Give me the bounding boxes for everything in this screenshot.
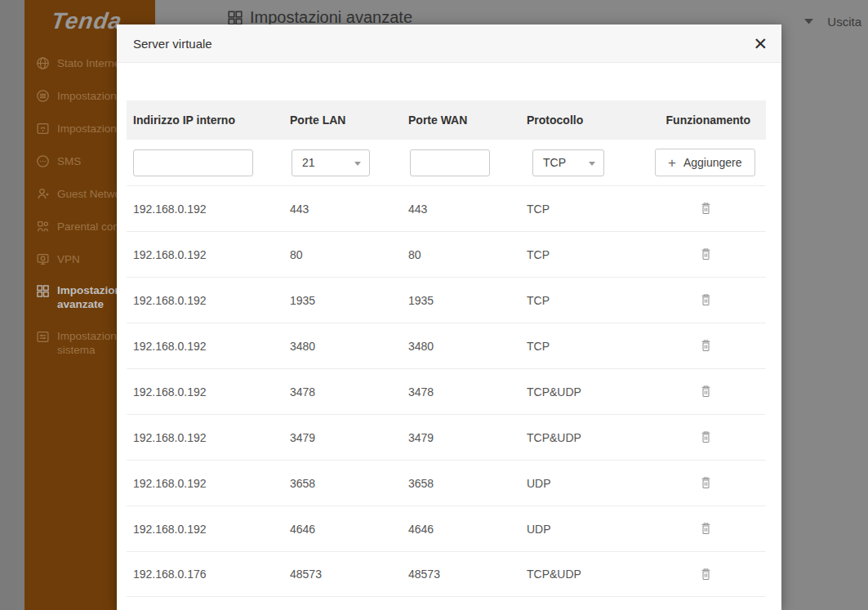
table-body: 192.168.0.192 443 443 TCP 192.168.0.192 … [127,185,766,597]
lan-port-cell: 3480 [283,340,402,353]
advanced-settings-icon [227,10,243,26]
ip-cell: 192.168.0.192 [127,203,283,216]
wan-port-cell: 80 [402,248,520,261]
wan-port-cell: 3479 [402,431,520,444]
chevron-down-icon [589,162,595,166]
table-row: 192.168.0.192 3480 3480 TCP [127,323,766,368]
delete-icon[interactable] [700,247,712,261]
modal-header: Server virtuale ✕ [117,24,781,63]
table-row: 192.168.0.192 3478 3478 TCP&UDP [127,368,766,414]
ip-cell: 192.168.0.192 [127,431,283,444]
wan-port-cell: 3480 [402,340,520,353]
add-rule-form: 21 TCP + Aggiungere [127,140,766,185]
sidebar-item-label-line2: sistema [57,343,119,357]
protocol-cell: TCP&UDP [520,568,655,581]
table-row: 192.168.0.192 1935 1935 TCP [127,277,766,323]
protocol-cell: UDP [520,523,655,536]
ip-cell: 192.168.0.192 [127,340,283,353]
lan-port-select[interactable]: 21 [292,149,370,176]
close-icon[interactable]: ✕ [753,35,768,52]
protocol-cell: TCP&UDP [520,385,655,399]
internet-settings-icon [36,89,50,103]
delete-icon[interactable] [700,522,712,536]
sidebar-item-label: Impostazioni [57,329,119,343]
table-row: 192.168.0.176 48573 48573 TCP&UDP [127,551,766,597]
parental-control-icon [36,220,50,234]
delete-icon[interactable] [700,385,712,399]
ip-cell: 192.168.0.192 [127,294,283,307]
table-row: 192.168.0.192 3658 3658 UDP [127,460,766,505]
ip-cell: 192.168.0.192 [127,385,283,399]
protocol-cell: TCP [520,248,655,261]
chevron-down-icon[interactable] [804,19,813,24]
wan-port-cell: 1935 [402,294,520,307]
sms-icon [36,154,50,168]
vpn-icon [36,252,50,266]
protocol-select-value: TCP [543,156,566,169]
wan-port-cell: 3478 [402,385,520,399]
lan-port-cell: 48573 [283,568,402,581]
protocol-select[interactable]: TCP [532,149,604,176]
protocol-cell: UDP [520,477,655,490]
table-row: 192.168.0.192 3479 3479 TCP&UDP [127,414,766,460]
add-button-label: Aggiungere [683,156,742,169]
lan-port-cell: 443 [283,203,402,216]
guest-network-icon [36,187,50,201]
sidebar-item-label: VPN [57,252,80,266]
logout-link[interactable]: Uscita [827,15,861,29]
table-row: 192.168.0.192 443 443 TCP [127,185,766,231]
modal-title: Server virtuale [133,37,212,51]
advanced-settings-icon [36,284,50,298]
sidebar-item-label-line2: avanzate [57,297,125,311]
chevron-down-icon [354,162,361,166]
wan-port-cell: 4646 [402,523,520,536]
ip-input[interactable] [133,149,253,176]
lan-port-cell: 3479 [283,431,402,444]
wifi-settings-icon [36,122,50,136]
virtual-server-modal: Server virtuale ✕ Indirizzo IP interno P… [117,24,781,610]
page-gutter [0,0,24,610]
column-header-ip: Indirizzo IP interno [127,114,283,127]
delete-icon[interactable] [700,476,712,490]
add-button[interactable]: + Aggiungere [655,149,755,176]
ip-cell: 192.168.0.192 [127,523,283,536]
column-header-operation: Funzionamento [655,114,766,127]
column-header-lan: Porte LAN [283,114,402,127]
system-settings-icon [36,330,50,344]
lan-port-cell: 3658 [283,477,402,490]
wan-port-cell: 48573 [402,568,520,581]
protocol-cell: TCP [520,340,655,353]
delete-icon[interactable] [700,293,712,307]
delete-icon[interactable] [700,430,712,444]
protocol-cell: TCP [520,294,655,307]
delete-icon[interactable] [700,202,712,216]
wan-port-cell: 443 [402,203,520,216]
table-row: 192.168.0.192 4646 4646 UDP [127,505,766,551]
column-header-wan: Porte WAN [402,114,520,127]
sidebar-item-label: SMS [57,154,81,168]
table-header-row: Indirizzo IP interno Porte LAN Porte WAN… [127,100,766,140]
tenda-logo: Tenda [50,8,124,34]
delete-icon[interactable] [700,568,712,581]
ip-cell: 192.168.0.176 [127,568,283,581]
ip-cell: 192.168.0.192 [127,248,283,261]
protocol-cell: TCP&UDP [520,431,655,444]
delete-icon[interactable] [700,339,712,353]
lan-port-select-value: 21 [302,156,315,169]
protocol-cell: TCP [520,203,655,216]
user-menu: Uscita [804,15,861,29]
sidebar-item-label: Stato Internet [57,56,123,70]
table-row: 192.168.0.192 80 80 TCP [127,231,766,277]
sidebar-item-label: Impostazioni [57,283,125,297]
ip-cell: 192.168.0.192 [127,477,283,490]
wan-port-cell: 3658 [402,477,520,490]
lan-port-cell: 80 [283,248,402,261]
lan-port-cell: 3478 [283,385,402,399]
column-header-protocol: Protocollo [520,114,655,127]
lan-port-cell: 1935 [283,294,402,307]
plus-icon: + [668,156,676,170]
lan-port-cell: 4646 [283,523,402,536]
modal-body: Indirizzo IP interno Porte LAN Porte WAN… [117,63,781,597]
globe-icon [36,56,50,70]
wan-port-input[interactable] [410,149,490,176]
